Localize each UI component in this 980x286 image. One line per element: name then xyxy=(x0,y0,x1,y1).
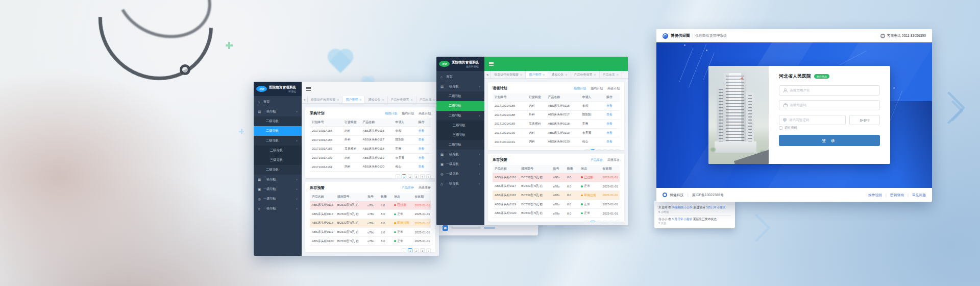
sidebar-item[interactable]: 二级导航 xyxy=(254,165,302,175)
sidebar-item[interactable]: 三级导航 xyxy=(254,146,302,155)
tab-通知公告[interactable]: 通知公告⊙ xyxy=(365,96,387,103)
notification-link[interactable]: 5 月日常小需求 xyxy=(672,218,692,221)
view-link[interactable]: 查看 xyxy=(604,137,620,147)
section-link[interactable]: 领用计划 xyxy=(574,86,586,91)
tab-close-icon[interactable]: ⊙ xyxy=(594,73,596,76)
pagination-page[interactable]: 1 xyxy=(408,248,412,252)
pagination-page[interactable]: 1 xyxy=(591,149,595,150)
view-link[interactable]: 查看 xyxy=(604,120,620,129)
pagination-page[interactable]: 2 xyxy=(408,174,412,178)
view-link[interactable]: 查看 xyxy=(604,102,620,111)
notification-link[interactable]: 风暴精英小分队 xyxy=(672,206,693,209)
pagination-next[interactable]: › xyxy=(426,248,431,252)
pagination-next[interactable]: › xyxy=(426,174,431,178)
sidebar-item[interactable]: 二级导航 xyxy=(254,126,302,136)
pagination-page[interactable]: 4 xyxy=(609,221,614,222)
sidebar-item[interactable]: ⌂首页 xyxy=(254,97,302,107)
sidebar-item[interactable]: ▤一级导航∧ xyxy=(436,82,484,91)
password-field[interactable]: 请填写密码 xyxy=(779,100,880,110)
tab-close-icon[interactable]: ⊙ xyxy=(543,73,545,76)
sidebar-item[interactable]: 二级导航 xyxy=(436,91,484,101)
pagination-page[interactable]: 3 xyxy=(603,221,607,222)
footer-link-manual[interactable]: 操作说明 xyxy=(868,193,882,198)
pagination-page[interactable]: 1 xyxy=(402,174,406,178)
tab-close-icon[interactable]: ⊙ xyxy=(617,73,619,76)
sidebar-item[interactable]: ▦一级导航∨ xyxy=(436,150,484,159)
menu-toggle-icon[interactable] xyxy=(489,62,494,66)
sidebar-item[interactable]: 三级导航 xyxy=(436,130,484,140)
sidebar-item[interactable]: ⌂首页 xyxy=(436,72,484,82)
section-link[interactable]: 预约计划 xyxy=(402,111,414,116)
tab-close-icon[interactable]: ⊙ xyxy=(411,98,413,101)
pagination-page[interactable]: 3 xyxy=(414,174,419,178)
view-link[interactable]: 查看 xyxy=(416,145,431,154)
pagination-prev[interactable]: ‹ xyxy=(584,221,589,222)
tab-通知公告[interactable]: 通知公告⊙ xyxy=(548,71,571,78)
pagination-page[interactable]: 2 xyxy=(414,248,419,252)
sidebar-item[interactable]: 三级导航 xyxy=(254,155,302,165)
notification-item[interactable]: 朱老师 在 风暴精英小分队 新建项目 5月日常小需求5 小时前 xyxy=(658,204,731,215)
sidebar-item[interactable]: ▣一级导航∨ xyxy=(254,184,302,194)
login-button[interactable]: 登 录 xyxy=(779,135,880,146)
view-link[interactable]: 查看 xyxy=(416,162,431,172)
collapse-tabs-icon[interactable]: « xyxy=(302,96,308,103)
sidebar-item[interactable]: 二级导航 xyxy=(436,101,484,111)
tab-产品出库[interactable]: 产品出库⊙ xyxy=(416,96,439,103)
footer-link-key-driver[interactable]: 密钥驱动 xyxy=(890,193,904,198)
tab-close-icon[interactable]: ⊙ xyxy=(433,98,435,101)
sidebar-item[interactable]: △一级导航∨ xyxy=(254,204,302,213)
pagination-page[interactable]: 4 xyxy=(420,174,425,178)
tab-close-icon[interactable]: ⊙ xyxy=(565,73,567,76)
tab-产品分类设置[interactable]: 产品分类设置⊙ xyxy=(571,71,600,78)
section-link[interactable]: 高值计划 xyxy=(607,86,620,91)
tab-产品分类设置[interactable]: 产品分类设置⊙ xyxy=(388,96,416,103)
pagination-page[interactable]: 1 xyxy=(591,221,595,222)
pagination-next[interactable]: › xyxy=(615,221,620,222)
tab-close-icon[interactable]: ⊙ xyxy=(359,98,361,101)
tab-用户管理[interactable]: 用户管理⊙ xyxy=(342,96,365,103)
sidebar-item[interactable]: ◎一级导航∨ xyxy=(254,194,302,204)
sidebar-item[interactable]: 三级导航 xyxy=(436,121,484,130)
captcha-field[interactable]: 请填写验证码 xyxy=(779,115,846,125)
pagination-page[interactable]: 2 xyxy=(597,221,601,222)
view-link[interactable]: 查看 xyxy=(416,153,431,162)
section-link[interactable]: 领用计划 xyxy=(385,111,397,116)
tab-close-icon[interactable]: ⊙ xyxy=(337,98,339,101)
section-link[interactable]: 高值库存 xyxy=(419,185,431,190)
pagination-page[interactable]: 3 xyxy=(603,149,607,150)
footer-link-faq[interactable]: 常见问题 xyxy=(912,193,926,198)
view-link[interactable]: 查看 xyxy=(604,110,620,120)
sidebar-item[interactable]: ▣一级导航∨ xyxy=(436,159,484,169)
section-link[interactable]: 高值计划 xyxy=(419,111,431,116)
tab-用户管理[interactable]: 用户管理⊙ xyxy=(526,71,548,78)
pagination-prev[interactable]: ‹ xyxy=(396,174,400,178)
pagination-page[interactable]: 4 xyxy=(609,149,614,150)
section-link[interactable]: 产品库存 xyxy=(591,158,603,162)
pagination-next[interactable]: › xyxy=(615,149,620,150)
pagination-page[interactable]: 2 xyxy=(597,149,601,150)
section-link[interactable]: 预约计划 xyxy=(591,86,603,91)
menu-toggle-icon[interactable] xyxy=(306,87,311,91)
notification-link[interactable]: 5月日常小需求 xyxy=(706,206,725,209)
tab-产品出库[interactable]: 产品出库⊙ xyxy=(600,71,622,78)
section-link[interactable]: 高值库存 xyxy=(607,158,620,162)
sidebar-item[interactable]: 二级导航∧ xyxy=(254,136,302,146)
captcha-question[interactable]: 6+8=? xyxy=(849,115,880,125)
sidebar-item[interactable]: ◎一级导航∨ xyxy=(436,169,484,179)
pagination-prev[interactable]: ‹ xyxy=(402,248,406,252)
tab-close-icon[interactable]: ⊙ xyxy=(382,98,384,101)
section-link[interactable]: 产品库存 xyxy=(402,185,414,190)
remember-checkbox[interactable] xyxy=(779,126,782,130)
sidebar-item[interactable]: ▦一级导航∨ xyxy=(254,175,302,184)
tab-资质证件效期预警[interactable]: 资质证件效期预警⊙ xyxy=(308,96,342,103)
pagination-prev[interactable]: ‹ xyxy=(584,149,589,150)
tab-资质证件效期预警[interactable]: 资质证件效期预警⊙ xyxy=(491,71,526,78)
username-field[interactable]: 请填写用户名 xyxy=(779,85,880,96)
notification-item[interactable]: 付小小 在 5 月日常小需求 更新至已发布状态3 天前 xyxy=(658,215,731,227)
pagination-page[interactable]: 3 xyxy=(420,248,425,252)
view-link[interactable]: 查看 xyxy=(416,135,431,145)
sidebar-item[interactable]: ▤一级导航∧ xyxy=(254,107,302,116)
view-link[interactable]: 查看 xyxy=(416,127,431,136)
sidebar-item[interactable]: △一级导航∨ xyxy=(436,179,484,188)
tab-close-icon[interactable]: ⊙ xyxy=(520,73,522,76)
